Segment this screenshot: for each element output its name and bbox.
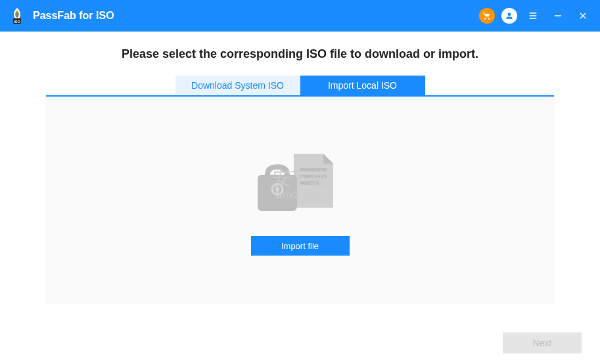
svg-rect-5 <box>300 168 327 171</box>
titlebar: ISO PassFab for ISO <box>0 0 600 32</box>
app-title: PassFab for ISO <box>33 10 114 22</box>
import-illustration: 安下载 anxz.com <box>228 145 373 224</box>
footer: Next <box>503 332 582 353</box>
close-button[interactable] <box>574 7 592 25</box>
page-heading: Please select the corresponding ISO file… <box>46 47 554 61</box>
titlebar-controls <box>479 7 592 25</box>
app-logo-icon: ISO <box>8 7 26 25</box>
tab-import-local-iso[interactable]: Import Local ISO <box>300 76 425 95</box>
main-content: Please select the corresponding ISO file… <box>0 32 600 304</box>
minimize-button[interactable] <box>549 7 567 25</box>
svg-rect-7 <box>300 181 319 185</box>
tab-download-system-iso[interactable]: Download System ISO <box>175 76 300 95</box>
tab-bar: Download System ISO Import Local ISO <box>46 76 554 97</box>
import-file-button[interactable]: Import file <box>251 236 350 256</box>
next-button: Next <box>503 332 582 353</box>
user-button[interactable] <box>501 8 517 24</box>
logo-wrap: ISO PassFab for ISO <box>8 7 114 25</box>
menu-button[interactable] <box>524 7 542 25</box>
import-panel: 安下载 anxz.com Import file <box>46 97 554 304</box>
cart-button[interactable] <box>479 8 495 24</box>
svg-text:ISO: ISO <box>14 20 20 24</box>
svg-rect-6 <box>300 175 327 178</box>
